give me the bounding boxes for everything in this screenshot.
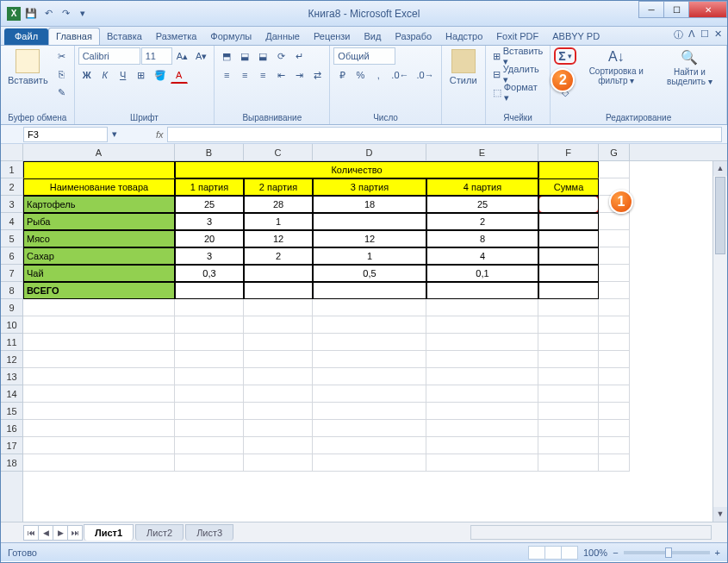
cell[interactable]: 0,3 <box>175 265 244 282</box>
font-size-select[interactable]: 11 <box>141 47 172 65</box>
cell[interactable] <box>599 334 630 351</box>
maximize-button[interactable]: ☐ <box>663 1 689 18</box>
cell[interactable] <box>538 437 599 454</box>
cell[interactable] <box>175 368 244 385</box>
tab-foxit[interactable]: Foxit PDF <box>489 28 545 45</box>
row-header[interactable]: 13 <box>1 368 22 385</box>
row-header[interactable]: 10 <box>1 316 22 334</box>
cell[interactable] <box>23 161 175 178</box>
shrink-font-button[interactable]: A▾ <box>192 47 210 65</box>
cell[interactable]: 12 <box>244 230 313 247</box>
cell[interactable]: Чай <box>23 265 175 282</box>
cell[interactable]: 20 <box>175 230 244 247</box>
tab-insert[interactable]: Вставка <box>100 28 149 45</box>
wrap-text-button[interactable]: ↵ <box>290 47 308 65</box>
cell[interactable] <box>538 299 599 316</box>
format-cells-button[interactable]: ⬚Формат ▾ <box>489 84 547 101</box>
cell[interactable] <box>599 403 630 420</box>
cell[interactable] <box>313 351 426 368</box>
row-header[interactable]: 4 <box>1 213 22 230</box>
cell[interactable] <box>599 316 630 334</box>
cell[interactable] <box>23 403 175 420</box>
find-select-button[interactable]: 🔍 Найти и выделить ▾ <box>656 47 723 88</box>
col-header[interactable]: E <box>426 144 538 160</box>
paste-button[interactable]: Вставить <box>4 47 52 87</box>
cell-p3-header[interactable]: 3 партия <box>313 178 426 196</box>
cell[interactable] <box>313 368 426 385</box>
fx-icon[interactable]: fx <box>156 129 164 140</box>
sheet-nav-next[interactable]: ▶ <box>53 525 68 541</box>
cell[interactable] <box>313 334 426 351</box>
italic-button[interactable]: К <box>96 66 114 84</box>
cell-p1-header[interactable]: 1 партия <box>175 178 244 196</box>
cell[interactable] <box>23 299 175 316</box>
row-header[interactable]: 15 <box>1 403 22 420</box>
align-top-button[interactable]: ⬒ <box>218 47 235 65</box>
cell[interactable] <box>599 299 630 316</box>
cell[interactable] <box>599 420 630 437</box>
percent-button[interactable]: % <box>352 66 369 84</box>
zoom-in-button[interactable]: + <box>715 547 720 558</box>
cell[interactable] <box>313 213 426 230</box>
cell[interactable] <box>538 403 599 420</box>
cell-qty-header[interactable]: Количество <box>175 161 538 178</box>
cell[interactable]: Рыба <box>23 213 175 230</box>
view-layout-button[interactable] <box>544 546 562 560</box>
cell[interactable] <box>175 299 244 316</box>
cell[interactable] <box>244 282 313 299</box>
row-header[interactable]: 7 <box>1 265 22 282</box>
vertical-scrollbar[interactable]: ▲ ▼ <box>712 161 727 522</box>
cell[interactable] <box>23 454 175 472</box>
cell[interactable]: Сахар <box>23 247 175 265</box>
tab-review[interactable]: Рецензи <box>307 28 358 45</box>
row-header[interactable]: 3 <box>1 196 22 213</box>
col-header[interactable]: C <box>244 144 313 160</box>
cell[interactable]: 0,1 <box>426 265 538 282</box>
col-header[interactable]: B <box>175 144 244 160</box>
cell[interactable] <box>426 334 538 351</box>
currency-button[interactable]: ₽ <box>333 66 351 84</box>
undo-icon[interactable]: ↶ <box>40 6 56 22</box>
cell[interactable]: 2 <box>244 247 313 265</box>
merge-button[interactable]: ⇄ <box>308 66 326 84</box>
cell[interactable] <box>23 420 175 437</box>
cell[interactable] <box>426 403 538 420</box>
align-bottom-button[interactable]: ⬓ <box>254 47 271 65</box>
cell[interactable] <box>23 351 175 368</box>
delete-cells-button[interactable]: ⊟Удалить ▾ <box>489 66 547 83</box>
cell[interactable] <box>426 299 538 316</box>
cell-f3-selected[interactable] <box>538 196 599 213</box>
align-middle-button[interactable]: ⬓ <box>236 47 253 65</box>
cell[interactable] <box>538 230 599 247</box>
zoom-slider-thumb[interactable] <box>665 547 672 558</box>
cell[interactable] <box>599 213 630 230</box>
cell[interactable]: ВСЕГО <box>23 282 175 299</box>
cell[interactable]: 2 <box>426 213 538 230</box>
cell-p2-header[interactable]: 2 партия <box>244 178 313 196</box>
row-header[interactable]: 14 <box>1 385 22 403</box>
cell[interactable] <box>599 454 630 472</box>
cell[interactable] <box>23 334 175 351</box>
cell[interactable]: Мясо <box>23 230 175 247</box>
col-header[interactable]: F <box>538 144 599 160</box>
number-format-select[interactable]: Общий <box>333 47 395 65</box>
tab-formulas[interactable]: Формулы <box>203 28 258 45</box>
cell[interactable] <box>313 403 426 420</box>
cell[interactable] <box>538 265 599 282</box>
font-color-button[interactable]: A <box>171 66 188 84</box>
cell[interactable] <box>244 351 313 368</box>
cell[interactable] <box>599 247 630 265</box>
cell[interactable] <box>244 454 313 472</box>
row-header[interactable]: 9 <box>1 299 22 316</box>
save-icon[interactable]: 💾 <box>23 6 39 22</box>
grow-font-button[interactable]: A▴ <box>173 47 191 65</box>
cell[interactable] <box>426 437 538 454</box>
zoom-level[interactable]: 100% <box>583 547 607 558</box>
cell[interactable]: 12 <box>313 230 426 247</box>
cell[interactable] <box>313 437 426 454</box>
tab-view[interactable]: Вид <box>358 28 389 45</box>
cell[interactable] <box>599 161 630 178</box>
border-button[interactable]: ⊞ <box>133 66 150 84</box>
scroll-down-icon[interactable]: ▼ <box>713 507 727 522</box>
align-right-button[interactable]: ≡ <box>254 66 271 84</box>
